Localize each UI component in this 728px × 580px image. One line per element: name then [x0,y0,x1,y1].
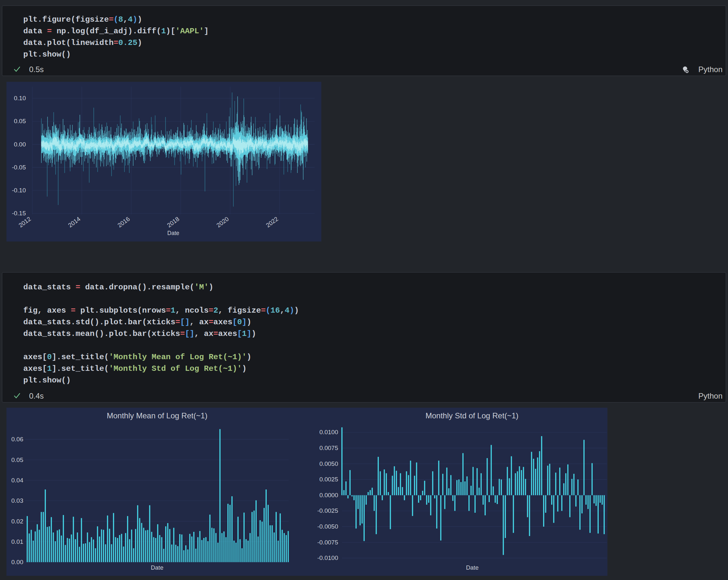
svg-text:0.04: 0.04 [11,477,23,484]
svg-text:Date: Date [167,230,179,236]
svg-text:2012: 2012 [18,215,32,229]
svg-text:-0.0025: -0.0025 [317,507,338,514]
svg-text:2016: 2016 [116,215,131,229]
svg-text:0.01: 0.01 [11,538,23,545]
svg-text:Date: Date [151,564,163,571]
svg-text:0.0050: 0.0050 [319,460,338,467]
svg-text:0.05: 0.05 [14,118,26,125]
svg-text:-0.0100: -0.0100 [317,554,338,561]
svg-text:-0.05: -0.05 [12,164,26,171]
svg-text:-0.10: -0.10 [12,187,26,194]
svg-text:0.00: 0.00 [11,559,23,565]
svg-text:Date: Date [466,564,478,571]
svg-text:2020: 2020 [215,215,230,229]
svg-text:-0.15: -0.15 [12,210,26,217]
svg-text:Monthly Mean of Log Ret(~1): Monthly Mean of Log Ret(~1) [107,411,208,420]
svg-text:-0.0075: -0.0075 [317,539,338,546]
svg-text:-0.0050: -0.0050 [317,523,338,530]
svg-text:0.02: 0.02 [11,518,23,525]
svg-text:0.05: 0.05 [11,456,23,463]
svg-text:2014: 2014 [67,215,82,229]
svg-text:0.0000: 0.0000 [319,492,338,499]
svg-text:2022: 2022 [265,215,280,229]
svg-text:0.0100: 0.0100 [319,429,338,436]
svg-text:0.00: 0.00 [14,141,26,148]
svg-text:0.10: 0.10 [14,95,26,102]
svg-text:Monthly Std of Log Ret(~1): Monthly Std of Log Ret(~1) [425,411,518,420]
svg-text:2018: 2018 [166,215,181,229]
svg-text:0.0025: 0.0025 [319,476,338,483]
svg-text:0.0075: 0.0075 [319,445,338,451]
svg-text:0.03: 0.03 [11,497,23,504]
svg-text:0.06: 0.06 [11,436,23,443]
